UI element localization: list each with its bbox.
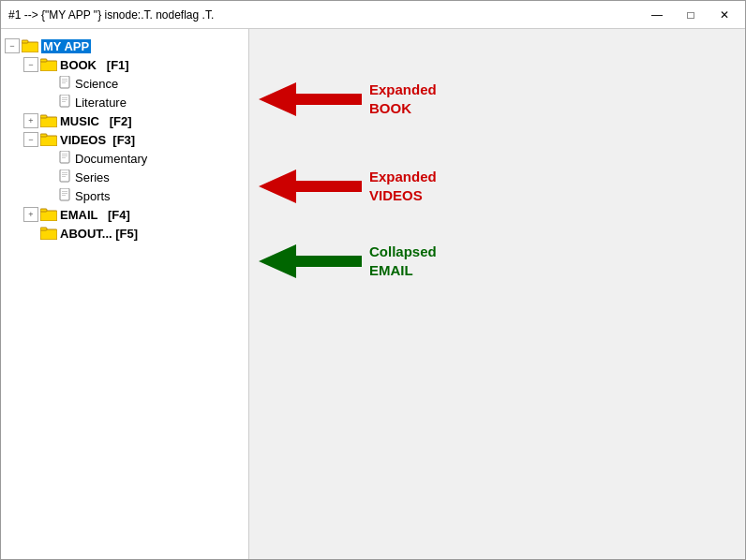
children-myapp: − BOOK [F1] — [23, 55, 245, 243]
svg-rect-6 — [62, 81, 67, 81]
svg-rect-25 — [62, 191, 67, 192]
svg-rect-29 — [40, 209, 47, 212]
tree-node-music: + MUSIC [F2] — [23, 111, 245, 130]
svg-rect-17 — [62, 154, 67, 155]
node-label-literature: Literature — [75, 96, 127, 110]
spacer-about — [23, 226, 38, 241]
expander-music[interactable]: + — [23, 113, 38, 128]
node-label-videos: VIDEOS [F3] — [60, 133, 135, 147]
svg-rect-16 — [60, 151, 69, 163]
tree-node-email: + EMAIL [F4] — [23, 205, 245, 224]
svg-rect-30 — [40, 229, 57, 240]
svg-rect-11 — [62, 101, 66, 102]
annotation-videos: Expanded VIDEOS — [259, 168, 437, 204]
spacer-literature — [42, 95, 57, 110]
arrow-red-book — [259, 82, 362, 116]
tree-row-about[interactable]: ABOUT... [F5] — [23, 224, 245, 243]
svg-rect-20 — [60, 169, 69, 182]
svg-rect-3 — [40, 59, 47, 62]
svg-rect-13 — [40, 115, 47, 118]
node-label-email: EMAIL [F4] — [60, 208, 130, 222]
arrow-red-videos — [259, 169, 362, 203]
folder-icon-book — [40, 58, 57, 71]
svg-rect-31 — [40, 228, 47, 230]
page-icon-documentary — [59, 151, 72, 166]
node-label-music: MUSIC [F2] — [60, 114, 132, 128]
svg-rect-23 — [62, 176, 66, 177]
svg-rect-12 — [40, 117, 57, 127]
svg-rect-8 — [60, 95, 69, 107]
window-controls: — □ ✕ — [644, 6, 738, 24]
svg-rect-15 — [40, 134, 47, 137]
annotation-email: Collapsed EMAIL — [259, 243, 437, 279]
main-window: #1 --> {"MY APP "} isnode:.T. nodeflag .… — [0, 0, 746, 560]
node-label-book: BOOK [F1] — [60, 58, 129, 72]
annotation-book: Expanded BOOK — [259, 81, 437, 117]
expander-videos[interactable]: − — [23, 132, 38, 147]
spacer-series — [42, 169, 57, 184]
svg-rect-28 — [40, 211, 57, 221]
spacer-sports — [42, 188, 57, 203]
node-label-documentary: Documentary — [75, 152, 147, 166]
tree-node-about: ABOUT... [F5] — [23, 224, 245, 243]
svg-rect-10 — [62, 99, 67, 100]
maximize-button[interactable]: □ — [678, 6, 704, 24]
tree-row-series[interactable]: Series — [42, 168, 245, 186]
expander-book[interactable]: − — [23, 57, 38, 72]
expander-email[interactable]: + — [23, 207, 38, 222]
page-icon-science — [59, 76, 72, 91]
titlebar: #1 --> {"MY APP "} isnode:.T. nodeflag .… — [1, 1, 745, 29]
svg-marker-34 — [259, 244, 362, 278]
arrow-green-email — [259, 244, 362, 278]
svg-rect-7 — [62, 82, 66, 83]
tree-row-book[interactable]: − BOOK [F1] — [23, 55, 245, 74]
page-icon-sports — [59, 188, 72, 203]
tree-node-videos: − VIDEOS [F3] — [23, 130, 245, 205]
svg-rect-19 — [62, 157, 66, 158]
svg-rect-14 — [40, 136, 57, 146]
tree-row-email[interactable]: + EMAIL [F4] — [23, 205, 245, 224]
tree-node-book: − BOOK [F1] — [23, 55, 245, 111]
node-label-myapp: MY APP — [41, 39, 91, 53]
tree-node-myapp: − MY APP − — [5, 37, 245, 243]
node-label-about: ABOUT... [F5] — [60, 227, 138, 241]
page-icon-literature — [59, 95, 72, 110]
svg-rect-0 — [22, 42, 38, 52]
svg-rect-21 — [62, 172, 67, 173]
minimize-button[interactable]: — — [644, 6, 670, 24]
svg-rect-1 — [22, 40, 28, 43]
children-videos: Documentary — [42, 149, 245, 205]
svg-rect-2 — [40, 61, 57, 71]
folder-icon-about — [40, 227, 57, 240]
children-book: Science — [42, 74, 245, 111]
folder-icon-videos — [40, 133, 57, 146]
svg-rect-24 — [60, 188, 69, 200]
tree-panel[interactable]: − MY APP − — [1, 29, 249, 559]
svg-rect-4 — [60, 76, 69, 88]
close-button[interactable]: ✕ — [711, 6, 738, 24]
tree-row-documentary[interactable]: Documentary — [42, 149, 245, 168]
folder-icon-music — [40, 114, 57, 127]
svg-rect-27 — [62, 195, 66, 196]
expander-myapp[interactable]: − — [5, 38, 20, 53]
tree-row-literature[interactable]: Literature — [42, 93, 245, 111]
svg-rect-18 — [62, 155, 67, 156]
svg-marker-32 — [259, 82, 362, 116]
spacer-documentary — [42, 151, 57, 166]
node-label-science: Science — [75, 77, 118, 91]
tree-row-myapp[interactable]: − MY APP — [5, 37, 245, 55]
tree-row-sports[interactable]: Sports — [42, 186, 245, 205]
svg-rect-22 — [62, 174, 67, 175]
folder-icon-email — [40, 208, 57, 221]
svg-rect-26 — [62, 193, 67, 194]
tree-row-videos[interactable]: − VIDEOS [F3] — [23, 130, 245, 149]
svg-marker-33 — [259, 169, 362, 203]
tree-row-music[interactable]: + MUSIC [F2] — [23, 111, 245, 130]
svg-rect-9 — [62, 97, 67, 98]
tree-row-science[interactable]: Science — [42, 74, 245, 93]
annotation-text-videos: Expanded VIDEOS — [369, 168, 437, 204]
node-label-series: Series — [75, 170, 110, 184]
spacer-science — [42, 76, 57, 91]
folder-icon-myapp — [22, 39, 38, 52]
annotation-text-email: Collapsed EMAIL — [369, 243, 437, 279]
